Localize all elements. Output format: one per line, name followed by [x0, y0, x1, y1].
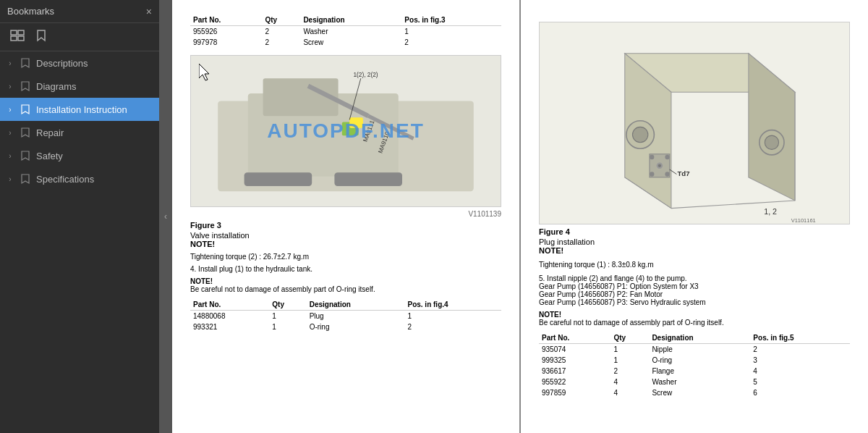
- svg-point-26: [765, 135, 778, 149]
- bookmark-nav-icon: [20, 80, 30, 92]
- designation: O-ring: [307, 321, 405, 332]
- svg-text:1(2), 2(2): 1(2), 2(2): [353, 71, 378, 78]
- pos: 4: [750, 366, 850, 377]
- qty: 2: [262, 26, 300, 38]
- col-header: Designation: [307, 299, 405, 311]
- instruction-5-line3: Gear Pump (14656087) P3: Servo Hydraulic…: [539, 298, 850, 306]
- expand-icon: [10, 30, 25, 41]
- col-header: Qty: [610, 332, 649, 344]
- designation: Screw: [649, 387, 750, 398]
- figure4-sublabel: Plug installation: [539, 237, 850, 246]
- chevron-icon: ›: [6, 83, 14, 91]
- bookmark-button[interactable]: [33, 28, 49, 46]
- designation: Washer: [649, 377, 750, 387]
- col-header: Part No.: [190, 299, 269, 311]
- figure3-label-block: Figure 3 Valve installation NOTE!: [190, 221, 501, 248]
- pos: 1: [401, 26, 501, 38]
- bookmark-nav-icon: [20, 173, 30, 185]
- tightening-torque: Tightening torque (2) : 26.7±2.7 kg.m: [190, 253, 501, 261]
- pos: 6: [750, 387, 850, 398]
- table-row: 935074 1 Nipple 2: [539, 344, 850, 356]
- sidebar: Bookmarks × › Descriptions: [0, 0, 159, 433]
- bookmark-icon: [36, 29, 46, 42]
- bookmark-nav-icon: [20, 150, 30, 161]
- expand-button[interactable]: [7, 28, 27, 46]
- note-line1: NOTE!: [190, 277, 501, 285]
- figure4-label-block: Figure 4 Plug installation NOTE!: [539, 227, 850, 255]
- svg-rect-9: [244, 172, 312, 186]
- figure4-label: Figure 4: [539, 227, 850, 236]
- sidebar-nav: › Descriptions › Diagrams › Installation…: [0, 51, 159, 433]
- sidebar-toolbar: [0, 23, 159, 51]
- svg-point-31: [665, 172, 669, 176]
- pos: 3: [750, 355, 850, 366]
- designation: Plug: [307, 311, 405, 322]
- parts-table-1: Part No. Qty Designation Pos. in fig.3 9…: [190, 14, 501, 48]
- part-no: 936617: [539, 366, 610, 377]
- right-page: Td7 1, 2 V1101161 Figure 4 Plug installa…: [521, 0, 868, 433]
- part-no: 14880068: [190, 311, 269, 322]
- qty: 4: [610, 377, 649, 387]
- svg-rect-3: [18, 36, 24, 41]
- instruction-5-line2: Gear Pump (14656087) P2: Fan Motor: [539, 290, 850, 298]
- sidebar-item-label: Diagrams: [36, 81, 77, 92]
- pos: 2: [404, 321, 501, 332]
- sidebar-item-label: Descriptions: [36, 58, 88, 69]
- figure3-caption: V1101139: [190, 210, 501, 218]
- note-block: NOTE! Be careful not to damage of assemb…: [190, 277, 501, 293]
- sidebar-item-diagrams[interactable]: › Diagrams: [0, 75, 159, 98]
- main-content: Part No. Qty Designation Pos. in fig.3 9…: [172, 0, 868, 433]
- qty: 1: [269, 311, 306, 322]
- svg-text:1, 2: 1, 2: [764, 207, 777, 216]
- note-line1-right: NOTE!: [539, 311, 850, 319]
- parts-table-3: Part No. Qty Designation Pos. in fig.5 9…: [539, 332, 850, 398]
- part-no: 997859: [539, 387, 610, 398]
- sidebar-item-repair[interactable]: › Repair: [0, 121, 159, 144]
- designation: Flange: [649, 366, 750, 377]
- figure4-note-header: NOTE!: [539, 246, 850, 255]
- chevron-icon: ›: [6, 175, 14, 183]
- table-row: 936617 2 Flange 4: [539, 366, 850, 377]
- table-row: 997859 4 Screw 6: [539, 387, 850, 398]
- tightening-torque-right: Tightening torque (1) : 8.3±0.8 kg.m: [539, 261, 850, 269]
- part-no: 997978: [190, 37, 262, 48]
- figure3-label: Figure 3: [190, 221, 501, 230]
- svg-rect-2: [11, 36, 17, 41]
- sidebar-item-descriptions[interactable]: › Descriptions: [0, 51, 159, 75]
- svg-rect-1: [18, 30, 24, 35]
- pos: 5: [750, 377, 850, 387]
- collapse-icon: ‹: [164, 211, 167, 222]
- sidebar-item-label: Repair: [36, 127, 64, 138]
- close-button[interactable]: ×: [146, 7, 152, 17]
- svg-text:Td7: Td7: [677, 169, 689, 177]
- qty: 2: [610, 366, 649, 377]
- figure4-svg: Td7 1, 2 V1101161: [540, 22, 849, 224]
- col-header: Pos. in fig.4: [404, 299, 501, 311]
- svg-point-29: [665, 155, 669, 159]
- figure3-sublabel: Valve installation: [190, 231, 501, 240]
- qty: 1: [610, 344, 649, 356]
- sidebar-item-specifications[interactable]: › Specifications: [0, 167, 159, 190]
- col-header: Qty: [269, 299, 306, 311]
- col-header: Part No.: [539, 332, 610, 344]
- qty: 4: [610, 387, 649, 398]
- qty: 1: [610, 355, 649, 366]
- collapse-handle[interactable]: ‹: [159, 0, 172, 433]
- sidebar-title: Bookmarks: [7, 6, 54, 17]
- sidebar-item-safety[interactable]: › Safety: [0, 144, 159, 167]
- bookmark-nav-icon: [20, 57, 30, 69]
- part-no: 999325: [539, 355, 610, 366]
- qty: 1: [269, 321, 306, 332]
- sidebar-header: Bookmarks ×: [0, 0, 159, 23]
- pos: 2: [750, 344, 850, 356]
- part-no: 935074: [539, 344, 610, 356]
- pos: 2: [401, 37, 501, 48]
- instruction-5-line1: Gear Pump (14656087) P1: Option System f…: [539, 282, 850, 290]
- part-no: 955922: [539, 377, 610, 387]
- chevron-icon: ›: [6, 152, 14, 160]
- svg-point-28: [650, 155, 654, 159]
- sidebar-item-installation[interactable]: › Installation Instruction: [0, 98, 159, 121]
- qty: 2: [262, 37, 300, 48]
- svg-rect-10: [334, 172, 402, 186]
- figure4-container: Td7 1, 2 V1101161: [539, 22, 850, 224]
